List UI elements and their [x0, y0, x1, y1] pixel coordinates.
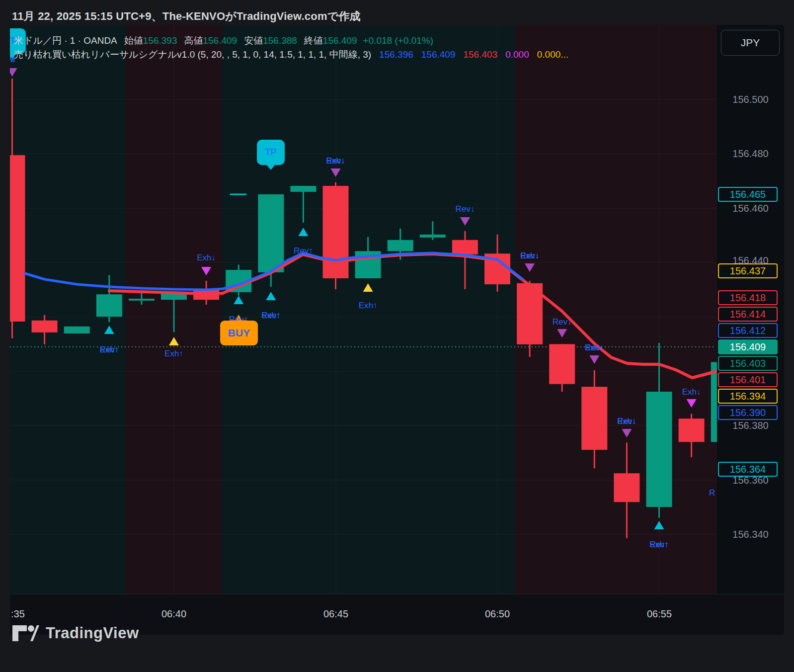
candle-body [96, 294, 122, 317]
signal-down-triangle [201, 267, 211, 275]
signal-label: Rev↓ [553, 317, 572, 327]
signal-up-triangle [266, 292, 276, 300]
time-axis-label: 06:50 [485, 608, 510, 620]
ohlc-fields: 始値156.393高値156.409安値156.388終値156.409 [117, 35, 357, 46]
change-value: +0.018 (+0.01%) [363, 35, 434, 46]
signal-down-triangle [525, 263, 535, 272]
price-level-box: 156.418 [718, 290, 778, 305]
candle-body [388, 240, 413, 251]
indicator-value: 156.403 [463, 49, 497, 60]
ma-line [109, 254, 716, 378]
candle-body [290, 186, 316, 192]
clipped-signal-label: R [709, 488, 715, 498]
price-scale[interactable]: JPY 156.500156.480156.460156.440156.3801… [717, 25, 784, 594]
indicator-values: 156.396156.409156.4030.0000.000... [371, 49, 568, 60]
candle-body [420, 235, 446, 238]
signal-down-triangle [687, 399, 697, 408]
price-level-box: 156.401 [718, 372, 778, 387]
tradingview-logo-icon [12, 625, 40, 642]
price-level-box: 156.409 [718, 339, 778, 354]
tradingview-logo[interactable]: TradingView [12, 624, 139, 642]
indicator-value: 156.396 [379, 49, 413, 60]
signal-label: Rev↑ [294, 246, 313, 256]
price-level-box: 156.414 [718, 307, 778, 322]
indicator-value: 0.000... [537, 49, 568, 60]
candle-body [258, 194, 284, 272]
signal-up-triangle [169, 337, 179, 345]
signal-label: Exh↓ [682, 387, 701, 397]
price-level-box: 156.394 [718, 389, 778, 404]
ohlc-field-value: 156.409 [323, 35, 357, 46]
price-level-box: 156.390 [718, 405, 778, 420]
candle-body [452, 240, 478, 254]
candle-body [581, 387, 607, 450]
time-axis-label: 06:45 [323, 608, 348, 620]
ohlc-field-label: 高値 [184, 35, 203, 46]
signal-up-triangle [104, 326, 114, 334]
price-tick-label: 156.340 [717, 529, 784, 540]
signal-label: Exh↑ [650, 540, 669, 550]
signal-down-triangle [622, 429, 632, 437]
signal-label: Exh↓ [326, 156, 345, 166]
signal-up-triangle [298, 228, 308, 236]
price-level-box: 156.412 [718, 323, 778, 338]
candle-body [10, 155, 25, 322]
candle-body [549, 344, 575, 384]
symbol-row[interactable]: 米ドル／円 · 1 · OANDA始値156.393高値156.409安値156… [14, 34, 568, 48]
signal-label: Rev↓ [456, 204, 475, 214]
signal-label: Exh↓ [617, 417, 636, 426]
ohlc-field-value: 156.388 [263, 35, 297, 46]
indicator-row[interactable]: 売り枯れ買い枯れリバーサルシグナルv1.0 (5, 20, , 5, 1, 0,… [14, 48, 568, 62]
candle-body [64, 327, 90, 334]
candle-body [646, 392, 672, 507]
ohlc-field-label: 終値 [304, 35, 323, 46]
signal-label: Exh↓ [520, 251, 539, 261]
candle-body [323, 186, 349, 278]
price-tick-label: 156.380 [717, 420, 784, 431]
signal-up-triangle [654, 521, 664, 529]
signal-down-triangle [589, 355, 599, 364]
chart-pane[interactable]: Rev↑Exh↑Exh↑Exh↓Rev↑Rev↑Exh↑Rev↑Rev↓Exh↓… [10, 25, 717, 594]
time-axis-label: 06:40 [161, 608, 186, 620]
signal-label: Exh↓ [197, 253, 216, 263]
ohlc-field-value: 156.409 [203, 35, 237, 46]
signal-up-triangle [234, 296, 243, 304]
price-level-box: 156.465 [718, 187, 778, 202]
tradingview-snapshot: 11月 22, 2025 15:15 UTC+9、The-KENVOがTradi… [0, 0, 794, 672]
signal-down-triangle [557, 329, 567, 337]
time-axis-label: :35 [11, 608, 25, 620]
signal-label: Exh↑ [100, 345, 119, 355]
indicator-title[interactable]: 売り枯れ買い枯れリバーサルシグナルv1.0 (5, 20, , 5, 1, 0,… [14, 49, 371, 60]
ohlc-field-value: 156.393 [143, 35, 177, 46]
attribution-text: 11月 22, 2025 15:15 UTC+9、The-KENVOがTradi… [12, 9, 361, 24]
price-tick-label: 156.480 [717, 148, 784, 160]
tp-badge: TP [257, 140, 285, 165]
buy-trade-badge: BUY [220, 321, 258, 345]
indicator-value: 156.409 [421, 49, 456, 60]
signal-up-triangle [363, 283, 373, 292]
signal-down-triangle [331, 168, 341, 177]
signal-down-triangle [10, 68, 17, 77]
price-level-box: 156.364 [718, 462, 778, 477]
symbol-title[interactable]: 米ドル／円 · 1 · OANDA [14, 35, 117, 46]
signal-label: Exh↑ [164, 349, 183, 359]
tp-badge-pointer [266, 165, 275, 170]
price-level-box: 156.403 [718, 356, 778, 371]
candle-body [32, 321, 58, 333]
signal-label: Exh↑ [359, 301, 378, 311]
currency-toggle-button[interactable]: JPY [721, 30, 780, 56]
price-level-box: 156.437 [718, 263, 778, 278]
legend: 米ドル／円 · 1 · OANDA始値156.393高値156.409安値156… [14, 34, 568, 62]
signal-label: Exh↓ [585, 343, 604, 353]
candle-body [679, 419, 705, 442]
time-axis-label: 06:55 [647, 608, 672, 620]
ohlc-field-label: 始値 [124, 35, 143, 46]
tradingview-logo-text: TradingView [46, 624, 139, 642]
signal-label: Exh↑ [261, 311, 280, 321]
ohlc-field-label: 安値 [244, 35, 263, 46]
candle-body [129, 299, 155, 301]
candle-body [614, 473, 639, 502]
price-tick-label: 156.500 [717, 94, 784, 105]
indicator-value: 0.000 [505, 49, 529, 60]
price-tick-label: 156.460 [717, 203, 784, 214]
